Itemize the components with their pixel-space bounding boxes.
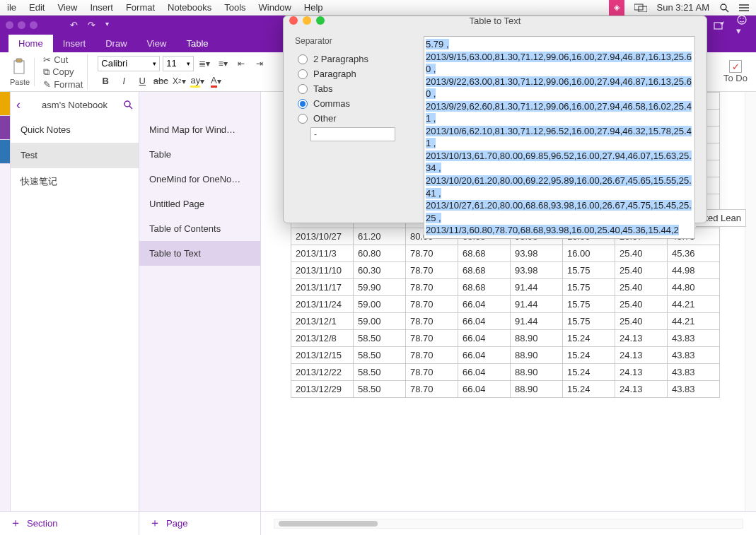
table-cell[interactable]: 15.75 (563, 296, 615, 313)
table-cell[interactable]: 2013/11/10 (291, 262, 354, 279)
opt-other[interactable]: Other (295, 111, 415, 126)
menu-help[interactable]: Help (304, 2, 323, 13)
preview-pane[interactable]: 5.79 , 2013/9/15,63.00,81.30,71.12,99.06… (424, 36, 695, 239)
tab-view[interactable]: View (137, 35, 177, 52)
tab-draw[interactable]: Draw (95, 35, 136, 52)
dialog-titlebar[interactable]: Table to Text (284, 16, 706, 25)
horizontal-scrollbar[interactable] (261, 512, 756, 535)
highlight-button[interactable]: ay▾ (190, 74, 205, 88)
menu-view[interactable]: View (57, 2, 77, 13)
table-cell[interactable]: 2013/11/3 (291, 245, 354, 262)
outdent-button[interactable]: ⇤ (233, 57, 249, 71)
table-cell[interactable]: 25.40 (615, 296, 668, 313)
page-untitled[interactable]: Untitled Page (139, 192, 260, 216)
redo-icon[interactable]: ↷ (88, 20, 95, 30)
table-cell[interactable]: 15.24 (563, 347, 615, 364)
table-cell[interactable]: 43.83 (668, 347, 720, 364)
traffic-close-icon[interactable] (6, 21, 13, 29)
search-icon[interactable] (123, 100, 133, 110)
opt-paragraph[interactable]: Paragraph (295, 66, 415, 81)
menu-tools[interactable]: Tools (224, 2, 245, 13)
table-row[interactable]: 2013/11/1759.9078.7068.6891.4415.7525.40… (291, 279, 720, 296)
table-cell[interactable]: 15.75 (563, 279, 615, 296)
section-tab-yellow[interactable] (0, 92, 10, 116)
qat-chevron-icon[interactable]: ▾ (105, 20, 109, 30)
table-cell[interactable]: 60.80 (354, 245, 406, 262)
paste-button[interactable]: Paste (6, 58, 35, 86)
indent-button[interactable]: ⇥ (252, 57, 267, 71)
table-cell[interactable]: 66.04 (458, 313, 511, 330)
table-cell[interactable]: 68.68 (458, 262, 511, 279)
table-cell[interactable]: 66.04 (458, 330, 511, 347)
menu-notebooks[interactable]: Notebooks (168, 2, 211, 13)
add-section-button[interactable]: ＋Section (0, 512, 139, 535)
menu-list-icon[interactable] (739, 4, 749, 12)
table-cell[interactable]: 88.90 (511, 347, 563, 364)
scroll-thumb[interactable] (279, 521, 378, 527)
table-cell[interactable]: 15.24 (563, 364, 615, 381)
table-cell[interactable]: 60.30 (354, 262, 406, 279)
table-cell[interactable]: 78.70 (406, 330, 458, 347)
table-cell[interactable]: 59.00 (354, 296, 406, 313)
section-tab-blue[interactable] (0, 140, 10, 164)
traffic-min-icon[interactable] (18, 21, 25, 29)
italic-button[interactable]: I (116, 74, 132, 88)
vertical-scrollbar[interactable] (745, 92, 756, 511)
menu-file[interactable]: ile (7, 2, 16, 13)
table-row[interactable]: 2013/12/1558.5078.7066.0488.9015.2424.13… (291, 347, 720, 364)
table-cell[interactable]: 25.40 (615, 313, 668, 330)
table-cell[interactable]: 15.75 (563, 313, 615, 330)
table-cell[interactable]: 15.24 (563, 381, 615, 398)
table-row[interactable]: 2013/12/159.0078.7066.0491.4415.7525.404… (291, 313, 720, 330)
table-cell[interactable]: 24.13 (615, 381, 668, 398)
opt-tabs[interactable]: Tabs (295, 81, 415, 96)
copy-button[interactable]: ⧉Copy (43, 66, 83, 78)
table-cell[interactable]: 25.40 (615, 262, 668, 279)
bullets-button[interactable]: ≣▾ (197, 57, 212, 71)
table-row[interactable]: 2013/12/2258.5078.7066.0488.9015.2424.13… (291, 364, 720, 381)
table-row[interactable]: 2013/12/858.5078.7066.0488.9015.2424.134… (291, 330, 720, 347)
section-quick-notes[interactable]: Quick Notes (11, 117, 139, 143)
table-cell[interactable]: 44.98 (668, 262, 720, 279)
tab-table[interactable]: Table (177, 35, 219, 52)
table-cell[interactable]: 58.50 (354, 364, 406, 381)
menu-window[interactable]: Window (259, 2, 291, 13)
table-cell[interactable]: 2013/12/15 (291, 347, 354, 364)
table-row[interactable]: 2013/11/360.8078.7068.6893.9816.0025.404… (291, 245, 720, 262)
table-cell[interactable]: 68.68 (458, 245, 511, 262)
add-page-button[interactable]: ＋Page (139, 512, 261, 535)
menu-insert[interactable]: Insert (90, 2, 113, 13)
table-cell[interactable]: 78.70 (406, 347, 458, 364)
table-cell[interactable]: 66.04 (458, 364, 511, 381)
font-color-button[interactable]: A▾ (208, 74, 223, 88)
table-cell[interactable]: 58.50 (354, 330, 406, 347)
table-cell[interactable]: 78.70 (406, 313, 458, 330)
section-tab-purple[interactable] (0, 116, 10, 140)
table-cell[interactable]: 66.04 (458, 296, 511, 313)
table-cell[interactable]: 88.90 (511, 381, 563, 398)
table-cell[interactable]: 58.50 (354, 381, 406, 398)
display-icon[interactable] (634, 4, 647, 12)
page-table[interactable]: Table (139, 142, 260, 167)
table-cell[interactable]: 2013/12/1 (291, 313, 354, 330)
table-cell[interactable]: 15.24 (563, 330, 615, 347)
table-cell[interactable]: 24.13 (615, 330, 668, 347)
table-cell[interactable]: 43.83 (668, 364, 720, 381)
table-cell[interactable]: 44.80 (668, 279, 720, 296)
table-row[interactable]: 2013/11/2459.0078.7066.0491.4415.7525.40… (291, 296, 720, 313)
table-cell[interactable]: 43.83 (668, 381, 720, 398)
table-cell[interactable]: 44.21 (668, 296, 720, 313)
table-cell[interactable]: 24.13 (615, 347, 668, 364)
status-gem-icon[interactable]: ◈ (609, 0, 624, 16)
tab-insert[interactable]: Insert (53, 35, 96, 52)
font-size-select[interactable]: 11▾ (163, 56, 194, 71)
table-cell[interactable]: 2013/12/8 (291, 330, 354, 347)
opt-commas[interactable]: Commas (295, 96, 415, 111)
other-separator-input[interactable] (310, 127, 395, 141)
table-cell[interactable]: 78.70 (406, 262, 458, 279)
table-cell[interactable]: 78.70 (406, 245, 458, 262)
table-cell[interactable]: 44.21 (668, 313, 720, 330)
table-row[interactable]: 2013/12/2958.5078.7066.0488.9015.2424.13… (291, 381, 720, 398)
table-cell[interactable]: 2013/12/22 (291, 364, 354, 381)
font-name-select[interactable]: Calibri▾ (98, 56, 160, 71)
